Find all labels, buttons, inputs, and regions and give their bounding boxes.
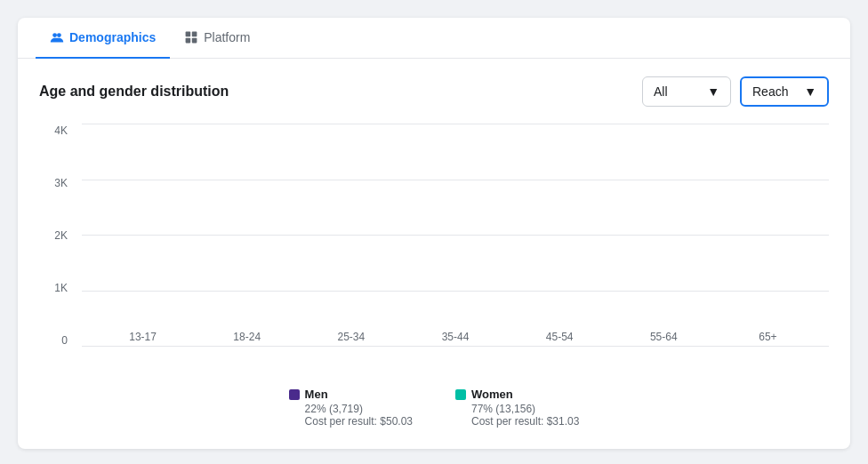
chart-area: 0 1K 2K 3K 4K 13-1718-24 <box>39 124 829 373</box>
legend-women-title-row: Women <box>455 388 513 401</box>
tab-demographics[interactable]: Demographics <box>36 18 170 59</box>
legend-men-label: Men <box>305 388 328 401</box>
tab-platform[interactable]: Platform <box>170 18 264 59</box>
demographics-icon <box>50 30 64 44</box>
legend-women-dot <box>455 389 466 400</box>
platform-icon <box>184 30 198 44</box>
filter-dropdown[interactable]: All ▼ <box>642 76 731 107</box>
y-label-4k: 4K <box>39 124 75 137</box>
filter-dropdown-arrow: ▼ <box>707 84 719 99</box>
x-label-55-64: 55-64 <box>612 320 716 347</box>
x-label-18-24: 18-24 <box>195 320 299 347</box>
legend-men-title-row: Men <box>289 388 328 401</box>
legend-men: Men 22% (3,719) Cost per result: $50.03 <box>289 388 413 428</box>
y-label-2k: 2K <box>39 229 75 242</box>
chart-header: Age and gender distribution All ▼ Reach … <box>39 76 829 107</box>
analytics-card: Demographics Platform Age and gender dis… <box>18 18 850 449</box>
svg-rect-2 <box>186 32 191 37</box>
x-label-13-17: 13-17 <box>91 320 195 347</box>
svg-rect-3 <box>192 32 197 37</box>
legend-women-stat1: 77% (13,156) <box>471 403 535 415</box>
chart-inner: 13-1718-2425-3435-4445-5455-6465+ <box>82 124 829 347</box>
y-label-1k: 1K <box>39 282 75 294</box>
x-label-65+: 65+ <box>716 320 820 347</box>
y-label-0: 0 <box>39 334 75 347</box>
legend-women-label: Women <box>471 388 513 401</box>
svg-rect-5 <box>192 38 197 44</box>
x-label-25-34: 25-34 <box>299 320 403 347</box>
svg-point-0 <box>52 33 57 37</box>
y-label-3k: 3K <box>39 177 75 189</box>
legend-men-stat2: Cost per result: $50.03 <box>305 415 413 428</box>
svg-point-1 <box>57 33 61 37</box>
filter-dropdown-value: All <box>654 84 668 99</box>
metric-dropdown-arrow: ▼ <box>804 84 816 99</box>
legend-men-stat1: 22% (3,719) <box>305 403 363 415</box>
chart-title: Age and gender distribution <box>39 84 229 100</box>
legend-men-dot <box>289 389 300 400</box>
tab-platform-label: Platform <box>204 30 250 44</box>
dropdowns: All ▼ Reach ▼ <box>642 76 829 107</box>
x-label-35-44: 35-44 <box>403 320 507 347</box>
bars-container <box>82 124 829 347</box>
legend-women: Women 77% (13,156) Cost per result: $31.… <box>455 388 579 428</box>
tab-demographics-label: Demographics <box>69 30 156 44</box>
legend: Men 22% (3,719) Cost per result: $50.03 … <box>39 388 829 428</box>
x-label-45-54: 45-54 <box>508 320 612 347</box>
y-axis: 0 1K 2K 3K 4K <box>39 124 75 347</box>
metric-dropdown-value: Reach <box>752 84 788 99</box>
legend-women-stat2: Cost per result: $31.03 <box>471 415 579 428</box>
metric-dropdown[interactable]: Reach ▼ <box>740 76 829 107</box>
content-area: Age and gender distribution All ▼ Reach … <box>18 76 850 428</box>
svg-rect-4 <box>186 38 191 44</box>
tab-bar: Demographics Platform <box>18 18 850 59</box>
x-labels: 13-1718-2425-3435-4445-5455-6465+ <box>82 320 829 347</box>
